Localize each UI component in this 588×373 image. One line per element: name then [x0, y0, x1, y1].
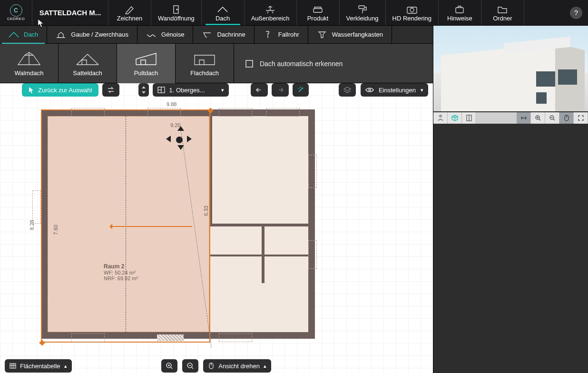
folder-icon — [497, 4, 508, 15]
preview-3d-tools — [433, 112, 588, 124]
wall-opening — [32, 190, 41, 224]
room-info: Raum 2 WF: 50.24 m² NRF: 69.92 m² — [104, 263, 138, 281]
wall-opening — [219, 108, 252, 117]
hopper-icon — [317, 31, 327, 39]
person-icon — [438, 115, 443, 121]
preview-3d-panel — [433, 26, 588, 373]
view-plan-button[interactable] — [462, 112, 476, 124]
tab-hinweise[interactable]: Hinweise — [439, 0, 481, 25]
up-down-icon — [141, 86, 146, 94]
view-zoom-out-button[interactable] — [545, 112, 559, 124]
pultdach-icon — [133, 50, 159, 67]
roof-type-flachdach[interactable]: Flachdach — [176, 44, 234, 83]
svg-rect-9 — [10, 363, 16, 368]
view-person-button[interactable] — [433, 112, 448, 124]
help-button[interactable]: ? — [570, 7, 582, 19]
view-cube-button[interactable] — [448, 112, 462, 124]
view-max-button[interactable] — [574, 112, 588, 124]
wall-opening — [71, 334, 105, 342]
gutter-icon — [202, 31, 212, 39]
svg-point-13 — [440, 115, 441, 117]
door-icon — [171, 4, 181, 15]
inner-wall — [209, 255, 309, 256]
dormer-icon — [56, 31, 66, 39]
subtab-fallrohr[interactable]: Fallrohr — [255, 26, 308, 43]
wizard-button[interactable] — [293, 83, 309, 97]
mouse-icon — [208, 363, 215, 369]
window-3d — [558, 69, 577, 85]
chevron-down-icon: ▾ — [421, 87, 423, 93]
back-to-selection-button[interactable]: Zurück zur Auswahl — [22, 83, 98, 97]
settings-dropdown[interactable]: Einstellungen ▾ — [361, 83, 428, 97]
zoom-in-icon — [535, 115, 541, 121]
roof-type-satteldach[interactable]: Satteldach — [59, 44, 117, 83]
checkbox-icon[interactable] — [245, 60, 253, 68]
furniture-icon — [312, 4, 323, 15]
undo-button[interactable] — [251, 83, 268, 97]
chevron-down-icon: ▾ — [221, 87, 224, 93]
area-table-button[interactable]: Flächentabelle ▴ — [5, 359, 72, 373]
tab-aussenbereich[interactable]: Außenbereich — [245, 0, 297, 25]
auto-detect-roof[interactable]: Dach automatisch erkennen — [234, 44, 343, 83]
door-opening — [157, 334, 184, 341]
chevron-up-icon: ▴ — [264, 363, 266, 369]
tab-zeichnen[interactable]: Zeichnen — [108, 0, 151, 25]
camera-icon — [406, 4, 418, 15]
view-fit-button[interactable] — [517, 112, 531, 124]
subtab-wasserfangkasten[interactable]: Wasserfangkasten — [308, 26, 392, 43]
zoom-in-button[interactable] — [161, 359, 177, 373]
swap-icon — [107, 87, 115, 93]
inner-wall — [209, 224, 309, 226]
redo-button[interactable] — [272, 83, 289, 97]
bottom-bar: Flächentabelle ▴ Ansicht drehen ▴ — [5, 359, 271, 373]
zoom-out-icon — [187, 363, 194, 369]
briefcase-icon — [454, 4, 465, 15]
swap-button[interactable] — [102, 83, 119, 97]
floorplan-canvas[interactable]: 9.88 9.20 8.28 7.60 6.33 Raum 2 WF: 50.2… — [0, 83, 433, 373]
window-3d — [536, 92, 547, 104]
eye-icon — [365, 87, 374, 93]
view-mouse-button[interactable] — [559, 112, 574, 124]
tab-dach[interactable]: Dach — [202, 0, 245, 25]
tab-produkt[interactable]: Produkt — [297, 0, 340, 25]
svg-rect-2 — [314, 9, 322, 12]
roof-type-pultdach[interactable]: Pultdach — [117, 44, 176, 83]
move-gizmo[interactable] — [168, 128, 192, 152]
editor-area: 9.88 9.20 8.28 7.60 6.33 Raum 2 WF: 50.2… — [0, 83, 433, 373]
flachdach-icon — [192, 50, 217, 67]
subtab-dachrinne[interactable]: Dachrinne — [193, 26, 254, 43]
undo-icon — [255, 87, 263, 93]
brand-text: CEDREO — [7, 17, 25, 21]
wall-opening — [147, 108, 181, 117]
brand-logo[interactable]: C CEDREO — [0, 0, 32, 26]
svg-point-8 — [369, 89, 371, 91]
subtab-genoise[interactable]: Génoise — [137, 26, 193, 43]
floorplan-icon — [157, 87, 165, 93]
outdoor-icon — [265, 4, 275, 15]
toolstrip-left: Zurück zur Auswahl 1. Oberges... ▾ — [0, 83, 309, 97]
wall-opening — [308, 240, 317, 269]
tab-wandoeffnung[interactable]: Wandöffnung — [151, 0, 202, 25]
zoom-out-button[interactable] — [182, 359, 198, 373]
slope-direction-arrow[interactable] — [111, 226, 192, 227]
table-icon — [10, 363, 16, 369]
wall-opening — [219, 334, 252, 342]
preview-3d-viewport[interactable] — [433, 26, 588, 111]
mouse-icon — [564, 115, 569, 121]
tab-verkleidung[interactable]: Verkleidung — [340, 0, 386, 25]
cursor-arrow-icon — [29, 87, 34, 93]
view-zoom-in-button[interactable] — [531, 112, 545, 124]
subtab-gaube[interactable]: Gaube / Zwerchhaus — [47, 26, 137, 43]
level-stepper[interactable] — [138, 83, 149, 97]
svg-rect-6 — [456, 8, 463, 13]
svg-rect-3 — [359, 6, 364, 9]
tab-ordner[interactable]: Ordner — [481, 0, 524, 25]
walmdach-icon — [16, 50, 42, 67]
dim-label: 9.88 — [167, 101, 176, 107]
layers-button[interactable] — [339, 83, 356, 97]
floor-selector[interactable]: 1. Oberges... ▾ — [153, 83, 229, 97]
tab-hd-rendering[interactable]: HD Rendering — [386, 0, 439, 25]
roof-type-walmdach[interactable]: Walmdach — [0, 44, 59, 83]
rotate-view-button[interactable]: Ansicht drehen ▴ — [203, 359, 271, 373]
layers-icon — [343, 87, 351, 93]
